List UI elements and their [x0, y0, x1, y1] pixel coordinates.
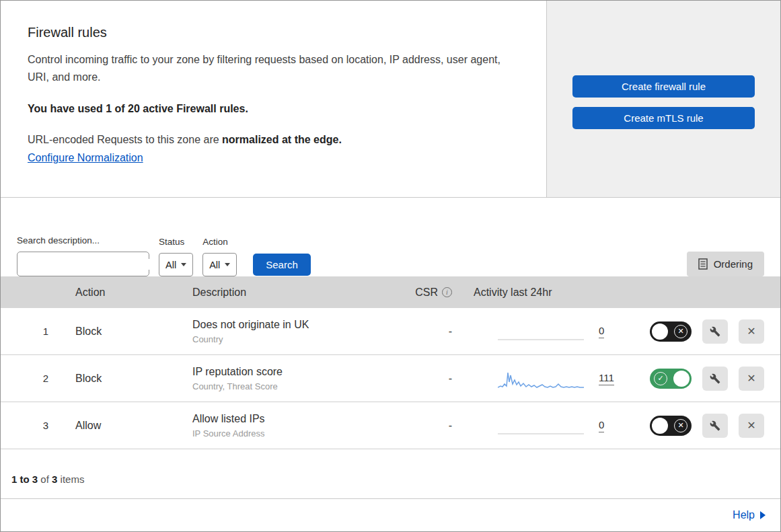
activity-sparkline [498, 367, 584, 391]
help-bar: Help [1, 498, 780, 531]
rule-enable-toggle[interactable]: ✕ [650, 321, 692, 342]
close-icon: ✕ [747, 372, 755, 385]
rule-action: Block [65, 326, 182, 338]
intro-description: Control incoming traffic to your zone by… [28, 51, 519, 85]
rule-description: IP reputation score [192, 366, 377, 378]
toggle-knob [673, 371, 690, 387]
rule-criteria: Country [192, 334, 377, 344]
edit-rule-button[interactable] [702, 414, 728, 438]
rule-description: Allow listed IPs [192, 413, 377, 425]
intro-section: Firewall rules Control incoming traffic … [1, 1, 780, 198]
table-row: 2 Block IP reputation score Country, Thr… [1, 355, 780, 402]
table-row: 1 Block Does not originate in UK Country… [1, 308, 780, 355]
rule-action: Allow [65, 420, 182, 432]
configure-normalization-link[interactable]: Configure Normalization [28, 152, 143, 163]
status-dropdown[interactable]: All [159, 253, 193, 276]
items-text: items [61, 473, 85, 485]
toggle-state-icon: ✓ [654, 372, 667, 385]
close-icon: ✕ [747, 325, 755, 338]
rule-priority: 1 [1, 326, 65, 337]
rule-priority: 2 [1, 373, 65, 384]
search-label: Search description... [17, 235, 149, 245]
table-row: 3 Allow Allow listed IPs IP Source Addre… [1, 402, 780, 449]
toggle-knob [652, 418, 668, 434]
activity-count-link[interactable]: 0 [599, 419, 604, 432]
rule-criteria: Country, Threat Score [192, 381, 377, 391]
status-filter-group: Status All [159, 237, 193, 276]
csr-header-label: CSR [415, 287, 438, 299]
delete-rule-button[interactable]: ✕ [739, 367, 764, 391]
ordering-button[interactable]: Ordering [687, 252, 764, 276]
rule-controls: ✕ ✕ [616, 414, 780, 438]
create-mtls-rule-button[interactable]: Create mTLS rule [572, 107, 755, 129]
usage-summary: You have used 1 of 20 active Firewall ru… [28, 103, 519, 115]
help-link-label: Help [733, 509, 755, 521]
edit-rule-button[interactable] [702, 319, 728, 344]
status-label: Status [159, 237, 193, 247]
action-dropdown-value: All [209, 260, 220, 270]
toggle-knob [652, 324, 668, 340]
rule-action: Block [65, 373, 182, 385]
rules-table-header: Action Description CSR i Activity last 2… [1, 276, 780, 308]
rule-csr: - [377, 326, 455, 338]
wrench-icon [710, 373, 720, 384]
rule-description: Does not originate in UK [192, 319, 377, 331]
filter-bar: Search description... Status All Action … [1, 198, 780, 276]
search-box [17, 252, 149, 276]
status-dropdown-value: All [165, 260, 176, 270]
description-column-header: Description [182, 287, 377, 299]
action-label: Action [202, 237, 237, 247]
rule-activity-cell: 0 [455, 414, 616, 438]
rule-enable-toggle[interactable]: ✕ [650, 416, 692, 436]
rule-enable-toggle[interactable]: ✓ [650, 369, 692, 389]
edit-rule-button[interactable] [702, 367, 728, 391]
chevron-down-icon [181, 263, 186, 266]
activity-sparkline [498, 319, 584, 344]
rule-description-cell: Does not originate in UK Country [182, 319, 377, 344]
chevron-down-icon [225, 263, 230, 266]
delete-rule-button[interactable]: ✕ [739, 414, 764, 438]
normalization-prefix: URL-encoded Requests to this zone are [28, 134, 219, 145]
activity-sparkline [498, 414, 584, 438]
help-link[interactable]: Help [733, 509, 766, 521]
delete-rule-button[interactable]: ✕ [739, 319, 764, 344]
close-icon: ✕ [747, 419, 755, 432]
csr-column-header: CSR i [377, 287, 455, 299]
pagination-summary: 1 to 3 of 3 items [1, 449, 780, 498]
total-count: 3 [52, 473, 57, 485]
rule-activity-cell: 111 [455, 367, 616, 391]
create-firewall-rule-button[interactable]: Create firewall rule [572, 75, 755, 98]
of-text: of [40, 473, 49, 485]
activity-count-link[interactable]: 0 [599, 325, 604, 338]
action-panel: Create firewall rule Create mTLS rule [547, 1, 780, 197]
wrench-icon [710, 326, 720, 337]
normalization-bold: normalized at the edge. [222, 134, 342, 145]
ordering-list-icon [698, 258, 708, 270]
info-icon[interactable]: i [442, 287, 452, 297]
action-column-header: Action [65, 287, 182, 299]
ordering-button-label: Ordering [714, 258, 753, 270]
arrow-right-icon [760, 511, 766, 519]
rule-description-cell: IP reputation score Country, Threat Scor… [182, 366, 377, 391]
range-text: 1 to 3 [11, 473, 38, 485]
search-input[interactable] [30, 259, 151, 270]
normalization-text: URL-encoded Requests to this zone are no… [28, 134, 519, 146]
activity-count-link[interactable]: 111 [599, 372, 614, 385]
rule-activity-cell: 0 [455, 319, 616, 344]
rule-priority: 3 [1, 420, 65, 431]
action-filter-group: Action All [202, 237, 237, 276]
rule-controls: ✓ ✕ [616, 367, 780, 391]
search-button[interactable]: Search [253, 254, 311, 276]
rule-csr: - [377, 420, 455, 432]
rule-controls: ✕ ✕ [616, 319, 780, 344]
firewall-rules-page: Firewall rules Control incoming traffic … [0, 0, 781, 532]
activity-column-header: Activity last 24hr [455, 287, 616, 299]
wrench-icon [710, 420, 720, 431]
rule-description-cell: Allow listed IPs IP Source Address [182, 413, 377, 439]
rule-csr: - [377, 373, 455, 385]
page-title: Firewall rules [28, 25, 519, 40]
toggle-state-icon: ✕ [674, 325, 687, 338]
rule-criteria: IP Source Address [192, 428, 377, 439]
action-dropdown[interactable]: All [202, 253, 237, 276]
toggle-state-icon: ✕ [674, 419, 687, 432]
